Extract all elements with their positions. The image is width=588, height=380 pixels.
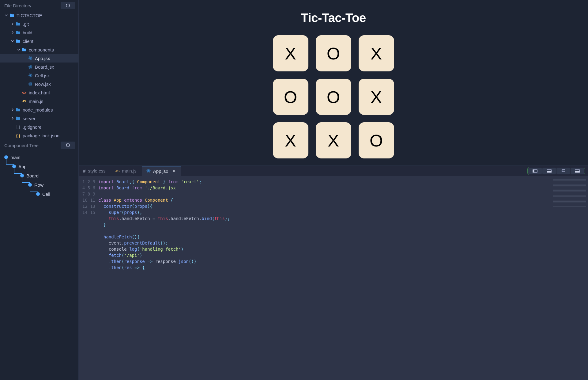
chevron-icon: [10, 108, 15, 112]
code-area[interactable]: 1 2 3 4 5 6 7 8 9 10 11 12 13 14 15 impo…: [79, 176, 588, 380]
file-tree-item[interactable]: { }package-lock.json: [0, 131, 78, 140]
svg-point-4: [30, 66, 31, 67]
file-tree-item[interactable]: build: [0, 28, 78, 37]
editor-tabbar: #style.cssJSmain.jsApp.jsx✕: [79, 166, 588, 176]
svg-point-0: [30, 58, 31, 59]
component-node-label: main: [10, 155, 21, 160]
folder-icon: [21, 48, 27, 52]
file-tree-item[interactable]: JSmain.js: [0, 97, 78, 105]
component-tree-node[interactable]: Row: [0, 180, 78, 189]
board-cell[interactable]: X: [359, 79, 394, 115]
editor-tab[interactable]: #style.css: [79, 166, 111, 176]
component-node-label: App: [18, 164, 27, 169]
react-icon: [146, 169, 151, 174]
component-tree-header: Component Tree: [0, 140, 78, 151]
html-icon: <>: [21, 90, 27, 95]
svg-point-16: [148, 170, 149, 171]
file-tree-item[interactable]: Cell.jsx: [0, 71, 78, 80]
file-tree-item-label: main.js: [29, 99, 43, 104]
app-title: Tic-Tac-Toe: [301, 11, 366, 25]
file-tree-item[interactable]: Row.jsx: [0, 80, 78, 88]
file-tree-item[interactable]: client: [0, 37, 78, 45]
chevron-icon: [10, 39, 15, 43]
file-tree-item[interactable]: Board.jsx: [0, 63, 78, 71]
svg-point-8: [30, 75, 31, 76]
react-icon: [28, 73, 33, 78]
board-cell[interactable]: O: [273, 79, 308, 115]
editor-tab[interactable]: JSmain.js: [111, 166, 142, 176]
board-cell[interactable]: O: [316, 35, 351, 71]
board-cell[interactable]: X: [273, 35, 308, 71]
refresh-file-tree-button[interactable]: [61, 2, 75, 9]
board-cell[interactable]: X: [359, 35, 394, 71]
component-node-dot-icon: [36, 192, 40, 196]
chevron-icon: [10, 116, 15, 120]
app-preview: Tic-Tac-Toe XOXOOXXXO: [79, 0, 588, 165]
editor-tab-label: main.js: [122, 168, 137, 173]
chevron-icon: [4, 13, 9, 17]
file-tree-item[interactable]: server: [0, 114, 78, 123]
file-tree[interactable]: TICTACTOE.gitbuildclientcomponentsApp.js…: [0, 11, 78, 140]
board-cell[interactable]: X: [316, 122, 351, 158]
svg-rect-21: [533, 169, 534, 172]
component-node-label: Row: [34, 182, 43, 188]
file-directory-title: File Directory: [4, 3, 31, 8]
component-tree[interactable]: mainAppBoardRowCell: [0, 151, 78, 199]
close-icon[interactable]: ✕: [172, 169, 175, 173]
refresh-icon: [66, 3, 70, 8]
file-tree-item[interactable]: components: [0, 45, 78, 54]
folder-icon: [15, 108, 21, 112]
component-node-label: Board: [26, 173, 39, 178]
folder-icon: [15, 30, 21, 35]
folder-icon: [15, 39, 21, 43]
svg-point-12: [30, 84, 31, 85]
folder-icon: [15, 116, 21, 120]
sidebar: File Directory TICTACTOE.gitbuildclientc…: [0, 0, 79, 380]
file-tree-item[interactable]: <>index.html: [0, 88, 78, 97]
chevron-icon: [10, 22, 15, 26]
file-tree-item-label: index.html: [29, 90, 50, 95]
layout-bottom-panel-button[interactable]: [542, 168, 556, 174]
layout-left-panel-button[interactable]: [528, 168, 542, 174]
file-tree-item-label: components: [29, 47, 54, 52]
file-tree-item[interactable]: .gitignore: [0, 123, 78, 131]
file-tree-item-label: App.jsx: [35, 56, 50, 61]
tictactoe-board: XOXOOXXXO: [273, 35, 394, 158]
js-icon: JS: [115, 169, 119, 173]
component-tree-node[interactable]: Cell: [0, 189, 78, 199]
file-tree-item-label: build: [23, 30, 32, 35]
svg-rect-27: [575, 171, 580, 172]
file-tree-item[interactable]: TICTACTOE: [0, 11, 78, 20]
file-tree-item[interactable]: App.jsx: [0, 54, 78, 63]
refresh-icon: [66, 143, 70, 147]
file-tree-item-label: Row.jsx: [35, 82, 51, 87]
component-tree-node[interactable]: main: [0, 153, 78, 162]
file-tree-item-label: Cell.jsx: [35, 73, 50, 78]
code-gutter: 1 2 3 4 5 6 7 8 9 10 11 12 13 14 15: [79, 176, 98, 380]
file-directory-header: File Directory: [0, 0, 78, 11]
chevron-icon: [17, 48, 21, 52]
folder-icon: [15, 22, 21, 26]
file-tree-item-label: package-lock.json: [23, 133, 59, 138]
editor-tab[interactable]: App.jsx✕: [142, 166, 181, 176]
layout-single-button[interactable]: [571, 168, 584, 174]
refresh-component-tree-button[interactable]: [61, 142, 75, 149]
board-cell[interactable]: X: [273, 122, 308, 158]
chevron-icon: [10, 30, 15, 35]
editor: #style.cssJSmain.jsApp.jsx✕ 1 2 3 4 5 6 …: [79, 165, 588, 380]
file-tree-item[interactable]: node_modules: [0, 105, 78, 114]
js-icon: JS: [21, 100, 27, 103]
file-tree-item[interactable]: .git: [0, 20, 78, 28]
board-row: XXO: [273, 122, 394, 158]
code-minimap[interactable]: [551, 176, 588, 380]
component-tree-node[interactable]: App: [0, 162, 78, 171]
board-cell[interactable]: O: [359, 122, 394, 158]
file-tree-item-label: .git: [23, 21, 29, 27]
component-tree-node[interactable]: Board: [0, 171, 78, 180]
layout-stacked-button[interactable]: [556, 168, 570, 174]
file-tree-item-label: node_modules: [23, 107, 53, 112]
board-cell[interactable]: O: [316, 79, 351, 115]
code-content[interactable]: import React,{ Component } from 'react';…: [98, 176, 551, 380]
react-icon: [28, 56, 33, 60]
file-tree-item-label: .gitignore: [23, 124, 42, 130]
